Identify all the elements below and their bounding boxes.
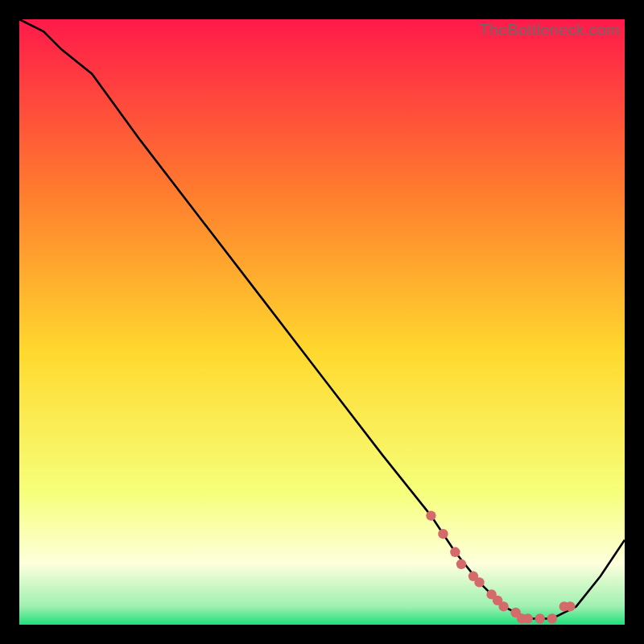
marker-dot (438, 529, 448, 539)
plot-area (19, 19, 625, 625)
marker-dot (474, 577, 484, 587)
watermark-text: TheBottleneck.com (479, 21, 620, 39)
optimal-range-markers (426, 510, 575, 623)
marker-dot (426, 510, 436, 520)
bottleneck-curve (19, 19, 625, 619)
marker-dot (565, 601, 575, 611)
marker-dot (547, 613, 557, 623)
chart-frame: TheBottleneck.com (19, 19, 625, 625)
marker-dot (523, 613, 533, 623)
marker-dot (498, 601, 508, 611)
marker-dot (450, 547, 460, 557)
marker-dot (535, 613, 545, 623)
marker-dot (456, 559, 466, 569)
curve-layer (19, 19, 625, 625)
